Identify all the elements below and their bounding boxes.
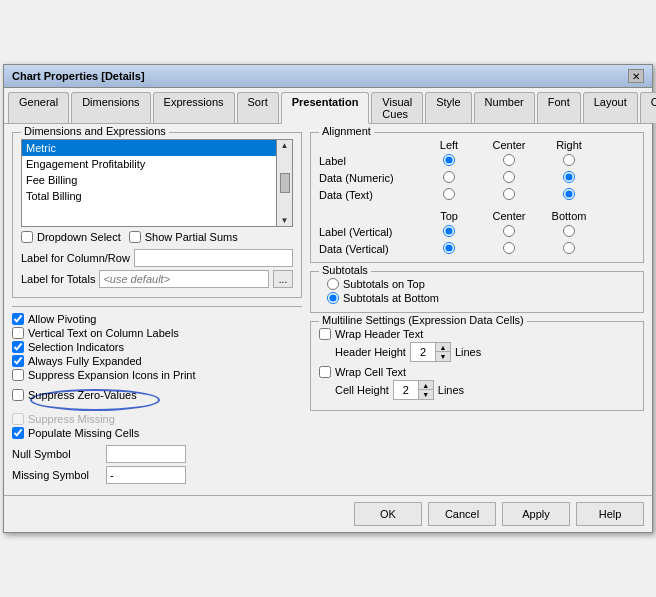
missing-symbol-label: Missing Symbol (12, 469, 102, 481)
align-center-header: Center (479, 139, 539, 151)
title-bar: Chart Properties [Details] ✕ (4, 65, 652, 88)
wrap-cell-checkbox[interactable] (319, 366, 331, 378)
dimensions-expressions-group: Dimensions and Expressions Metric Engage… (12, 132, 302, 298)
list-item-total[interactable]: Total Billing (22, 188, 276, 204)
listbox-scrollbar[interactable]: ▲ ▼ (277, 139, 293, 227)
label-column-row-label: Label for Column/Row (21, 252, 130, 264)
always-expanded-checkbox[interactable] (12, 355, 24, 367)
selection-indicators-label: Selection Indicators (28, 341, 124, 353)
header-height-spinner[interactable]: ▲ ▼ (410, 342, 451, 362)
ok-button[interactable]: OK (354, 502, 422, 526)
dropdown-select-checkbox[interactable] (21, 231, 33, 243)
suppress-zero-checkbox[interactable] (12, 389, 24, 401)
vertical-text-row: Vertical Text on Column Labels (12, 327, 302, 339)
cell-height-up-button[interactable]: ▲ (419, 381, 433, 390)
label-column-row-row: Label for Column/Row (21, 249, 293, 267)
scroll-up-arrow[interactable]: ▲ (281, 141, 289, 150)
null-symbol-input[interactable] (106, 445, 186, 463)
chart-properties-window: Chart Properties [Details] ✕ General Dim… (3, 64, 653, 533)
populate-missing-row: Populate Missing Cells (12, 427, 302, 439)
footer-buttons: OK Cancel Apply Help (4, 495, 652, 532)
subtotals-on-top-row: Subtotals on Top (327, 278, 635, 290)
data-vert-bottom-radio[interactable] (563, 242, 575, 254)
label-totals-label: Label for Totals (21, 273, 95, 285)
alignment-group: Alignment Left Center Right Label Data (310, 132, 644, 263)
null-symbol-row: Null Symbol (12, 445, 302, 463)
dimensions-listbox[interactable]: Metric Engagement Profitability Fee Bill… (21, 139, 277, 227)
label-totals-dots-button[interactable]: ... (273, 270, 293, 288)
data-vert-top-radio[interactable] (443, 242, 455, 254)
header-height-up-button[interactable]: ▲ (436, 343, 450, 352)
list-item-engagement[interactable]: Engagement Profitability (22, 156, 276, 172)
populate-missing-checkbox[interactable] (12, 427, 24, 439)
header-height-down-button[interactable]: ▼ (436, 352, 450, 361)
cancel-button[interactable]: Cancel (428, 502, 496, 526)
help-button[interactable]: Help (576, 502, 644, 526)
text-right-radio[interactable] (563, 188, 575, 200)
scroll-thumb[interactable] (280, 173, 290, 193)
tab-presentation[interactable]: Presentation (281, 92, 370, 124)
label-align-label: Label (319, 155, 419, 167)
label-right-radio[interactable] (563, 154, 575, 166)
data-numeric-label: Data (Numeric) (319, 172, 419, 184)
data-vert-center-radio[interactable] (503, 242, 515, 254)
tab-layout[interactable]: Layout (583, 92, 638, 123)
numeric-left-radio[interactable] (443, 171, 455, 183)
label-vert-top-radio[interactable] (443, 225, 455, 237)
label-column-row-input[interactable] (134, 249, 293, 267)
tab-font[interactable]: Font (537, 92, 581, 123)
selection-indicators-checkbox[interactable] (12, 341, 24, 353)
main-content: Dimensions and Expressions Metric Engage… (4, 124, 652, 495)
tab-dimensions[interactable]: Dimensions (71, 92, 150, 123)
right-panel: Alignment Left Center Right Label Data (310, 132, 644, 487)
show-partial-sums-checkbox[interactable] (129, 231, 141, 243)
text-left-radio[interactable] (443, 188, 455, 200)
label-vert-bottom-radio[interactable] (563, 225, 575, 237)
tabs-bar: General Dimensions Expressions Sort Pres… (4, 88, 652, 124)
subtotals-at-bottom-radio[interactable] (327, 292, 339, 304)
wrap-cell-text-row: Wrap Cell Text (319, 366, 635, 378)
always-expanded-label: Always Fully Expanded (28, 355, 142, 367)
close-button[interactable]: ✕ (628, 69, 644, 83)
vertical-text-checkbox[interactable] (12, 327, 24, 339)
alignment-grid: Left Center Right Label Data (Numeric) (319, 139, 635, 202)
apply-button[interactable]: Apply (502, 502, 570, 526)
vert-top-header: Top (419, 210, 479, 222)
numeric-center-radio[interactable] (503, 171, 515, 183)
cell-height-spinner[interactable]: ▲ ▼ (393, 380, 434, 400)
tab-number[interactable]: Number (474, 92, 535, 123)
subtotals-on-top-radio[interactable] (327, 278, 339, 290)
dropdown-select-label: Dropdown Select (37, 231, 121, 243)
scroll-down-arrow[interactable]: ▼ (281, 216, 289, 225)
left-panel: Dimensions and Expressions Metric Engage… (12, 132, 302, 487)
label-center-radio[interactable] (503, 154, 515, 166)
dimensions-expressions-label: Dimensions and Expressions (21, 125, 169, 137)
cell-height-input[interactable] (394, 381, 418, 399)
data-vertical-label: Data (Vertical) (319, 243, 419, 255)
suppress-expansion-checkbox[interactable] (12, 369, 24, 381)
header-height-input[interactable] (411, 343, 435, 361)
list-item-fee[interactable]: Fee Billing (22, 172, 276, 188)
cell-height-down-button[interactable]: ▼ (419, 390, 433, 399)
suppress-zero-row: Suppress Zero-Values (12, 389, 302, 401)
tab-expressions[interactable]: Expressions (153, 92, 235, 123)
label-left-radio[interactable] (443, 154, 455, 166)
suppress-missing-checkbox[interactable] (12, 413, 24, 425)
tab-sort[interactable]: Sort (237, 92, 279, 123)
missing-symbol-input[interactable] (106, 466, 186, 484)
wrap-cell-label: Wrap Cell Text (335, 366, 406, 378)
tab-general[interactable]: General (8, 92, 69, 123)
label-totals-input[interactable] (99, 270, 269, 288)
numeric-right-radio[interactable] (563, 171, 575, 183)
tab-visual-cues[interactable]: Visual Cues (371, 92, 423, 123)
allow-pivoting-checkbox[interactable] (12, 313, 24, 325)
text-center-radio[interactable] (503, 188, 515, 200)
list-item-metric[interactable]: Metric (22, 140, 276, 156)
tab-caption[interactable]: Caption (640, 92, 656, 123)
label-vert-center-radio[interactable] (503, 225, 515, 237)
cell-height-spinner-buttons: ▲ ▼ (418, 381, 433, 399)
wrap-header-checkbox[interactable] (319, 328, 331, 340)
alignment-label: Alignment (319, 125, 374, 137)
suppress-expansion-label: Suppress Expansion Icons in Print (28, 369, 196, 381)
tab-style[interactable]: Style (425, 92, 471, 123)
